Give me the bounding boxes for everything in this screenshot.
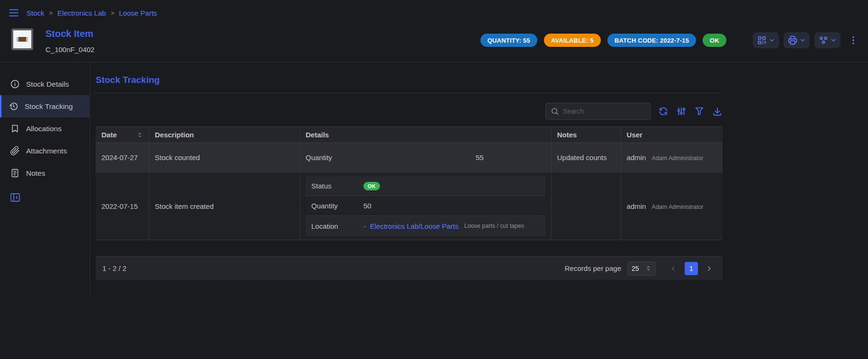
sidebar-item-notes[interactable]: Notes [0, 162, 90, 184]
detail-row-location: Location - Electronics Lab/Loose Parts L… [306, 216, 545, 236]
breadcrumb-loose-parts[interactable]: Loose Parts [119, 9, 157, 17]
detail-key: Quantity [311, 202, 363, 210]
user-fullname: Adam Administrator [652, 155, 704, 162]
bookmark-icon [10, 124, 20, 134]
table-row[interactable]: 2024-07-27 Stock counted Quantity 55 Upd… [96, 143, 723, 172]
cell-description: Stock item created [149, 172, 299, 240]
available-badge: AVAILABLE: 5 [544, 34, 601, 47]
page-header: Stock Item C_100nF_0402 QUANTITY: 55 AVA… [0, 24, 868, 62]
status-badges: QUANTITY: 55 AVAILABLE: 5 BATCH CODE: 20… [480, 34, 726, 47]
column-header-date[interactable]: Date [96, 127, 149, 143]
search-input[interactable] [563, 108, 645, 115]
dots-vertical-icon[interactable] [848, 35, 859, 45]
detail-key: Status [311, 182, 363, 190]
history-icon [9, 101, 18, 111]
column-label: Date [101, 131, 117, 139]
column-header-details[interactable]: Details [299, 127, 551, 143]
print-actions-icon [787, 35, 798, 45]
cell-description: Stock counted [149, 143, 299, 172]
sort-icon[interactable] [136, 132, 143, 138]
sidebar-item-label: Attachments [26, 147, 67, 155]
cell-details: Status OK Quantity 50 Location - [299, 172, 551, 240]
sidebar-item-attachments[interactable]: Attachments [0, 140, 90, 162]
detail-row-status: Status OK [306, 176, 545, 196]
cell-date: 2024-07-27 [96, 143, 149, 172]
table-row[interactable]: 2022-07-15 Stock item created Status OK … [96, 172, 723, 240]
breadcrumb: Stock > Electronics Lab > Loose Parts [27, 9, 157, 17]
location-dash: - [363, 222, 366, 230]
column-header-notes[interactable]: Notes [551, 127, 621, 143]
cell-notes: Updated counts [551, 143, 621, 172]
cell-date: 2022-07-15 [96, 172, 149, 240]
sidebar-collapse-icon[interactable] [9, 192, 21, 203]
sidebar-item-label: Stock Tracking [25, 102, 73, 111]
detail-value: 55 [476, 153, 484, 162]
status-ok-badge: OK [703, 34, 726, 47]
stock-item-page: Stock > Electronics Lab > Loose Parts St… [0, 0, 868, 359]
download-icon[interactable] [712, 106, 723, 117]
table-footer: 1 - 2 / 2 Records per page 25 1 [96, 256, 723, 280]
page-number-button[interactable]: 1 [685, 262, 698, 275]
search-box [545, 103, 651, 120]
body: Stock Details Stock Tracking Allocations… [0, 63, 868, 299]
username: admin [627, 153, 646, 162]
detail-key: Location [311, 222, 363, 230]
section-title: Stock Tracking [96, 75, 723, 85]
header-actions [753, 32, 859, 48]
chevron-down-icon [799, 37, 806, 44]
paperclip-icon [10, 146, 20, 156]
stock-item-name: C_100nF_0402 [45, 45, 94, 54]
search-icon [551, 107, 559, 116]
location-link[interactable]: Electronics Lab/Loose Parts [370, 222, 459, 230]
chevron-right-icon[interactable] [703, 262, 716, 275]
menu-icon[interactable] [8, 7, 20, 19]
sidebar-item-stock-details[interactable]: Stock Details [0, 73, 90, 95]
sidebar-item-allocations[interactable]: Allocations [0, 117, 90, 140]
stock-actions-button[interactable] [814, 32, 841, 48]
chevron-down-icon [830, 37, 837, 44]
column-header-user[interactable]: User [621, 127, 723, 143]
refresh-icon[interactable] [658, 106, 669, 117]
pager: 1 [667, 262, 716, 275]
cell-notes [551, 172, 621, 240]
chevron-left-icon[interactable] [667, 262, 680, 275]
page-title: Stock Item [45, 28, 94, 39]
record-range: 1 - 2 / 2 [102, 264, 127, 272]
details-subtable: Status OK Quantity 50 Location - [306, 176, 545, 236]
sidebar-item-label: Notes [26, 169, 45, 178]
detail-value: 50 [363, 202, 371, 210]
breadcrumb-separator: > [49, 9, 53, 17]
cell-user: admin Adam Administrator [621, 172, 723, 240]
filter-icon[interactable] [694, 106, 705, 117]
breadcrumb-separator: > [111, 9, 115, 17]
section-divider [96, 93, 723, 93]
location-description: Loose parts / cut tapes [464, 223, 524, 229]
records-per-page-select[interactable]: 25 [628, 261, 655, 276]
detail-key: Quantity [306, 153, 332, 162]
sidebar: Stock Details Stock Tracking Allocations… [0, 63, 90, 299]
title-block: Stock Item C_100nF_0402 [45, 28, 94, 54]
pagination-controls: Records per page 25 1 [565, 261, 716, 276]
records-per-page-value: 25 [632, 265, 639, 272]
cell-user: admin Adam Administrator [621, 143, 723, 172]
sidebar-item-stock-tracking[interactable]: Stock Tracking [0, 95, 90, 117]
adjustments-icon[interactable] [676, 106, 687, 117]
top-bar: Stock > Electronics Lab > Loose Parts [0, 0, 868, 24]
detail-row-quantity: Quantity 50 [306, 196, 545, 216]
status-ok-mini-badge: OK [363, 182, 380, 190]
breadcrumb-stock[interactable]: Stock [27, 9, 45, 17]
header-right: QUANTITY: 55 AVAILABLE: 5 BATCH CODE: 20… [480, 28, 859, 48]
print-actions-button[interactable] [784, 32, 810, 48]
table-controls [96, 103, 723, 120]
breadcrumb-electronics-lab[interactable]: Electronics Lab [57, 9, 106, 17]
barcode-actions-button[interactable] [753, 32, 779, 48]
batch-code-badge: BATCH CODE: 2022-7-15 [607, 34, 696, 47]
sidebar-item-label: Allocations [26, 125, 62, 133]
records-per-page-label: Records per page [565, 264, 621, 272]
stock-item-thumbnail[interactable] [11, 28, 33, 50]
info-icon [10, 79, 20, 89]
notes-icon [10, 168, 20, 178]
stock-actions-icon [818, 35, 829, 45]
column-header-description[interactable]: Description [149, 127, 299, 143]
barcode-actions-icon [757, 35, 767, 45]
